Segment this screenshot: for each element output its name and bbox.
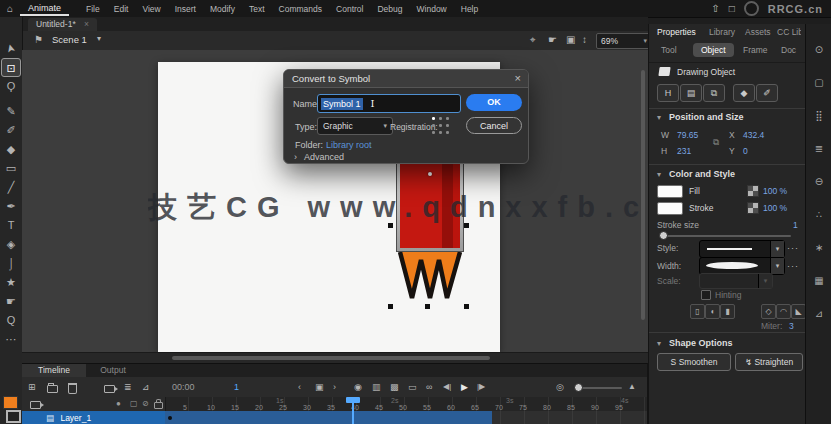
window-icon[interactable]: □	[729, 3, 735, 14]
menu-modify[interactable]: Modify	[203, 4, 242, 14]
ok-button[interactable]: OK	[466, 94, 522, 111]
stroke-alpha-value[interactable]: 100 %	[763, 203, 787, 213]
wand-panel-icon[interactable]: ∗	[806, 238, 831, 258]
registration-dot[interactable]	[446, 117, 449, 120]
hinting-checkbox[interactable]	[701, 290, 711, 300]
registration-dot[interactable]	[432, 117, 435, 120]
loop-icon[interactable]: ∞	[426, 379, 432, 395]
registration-dot[interactable]	[439, 131, 442, 134]
selection-handle[interactable]	[425, 304, 430, 309]
selection-tool-icon[interactable]: ➤	[0, 39, 22, 58]
object-action-button[interactable]: ⧉	[703, 84, 725, 102]
play-button[interactable]: ▶	[461, 379, 468, 395]
rotate-stage-icon[interactable]: ☛	[548, 34, 557, 45]
stroke-size-slider[interactable]	[659, 235, 791, 237]
tab-properties[interactable]: Properties	[657, 27, 696, 37]
tab-library[interactable]: Library	[709, 27, 735, 37]
tab-output[interactable]: Output	[86, 364, 140, 377]
grid-panel-icon[interactable]: ⣿	[806, 106, 831, 126]
keyframe-dot[interactable]	[168, 416, 172, 420]
menu-debug[interactable]: Debug	[370, 4, 409, 14]
layer-stack-icon[interactable]: ≣	[124, 379, 132, 395]
advanced-chevron-icon[interactable]: ›	[294, 152, 297, 162]
record-icon[interactable]	[744, 1, 759, 16]
center-stage-icon[interactable]: ▣	[566, 34, 575, 45]
new-folder-icon[interactable]	[47, 385, 58, 393]
menu-edit[interactable]: Edit	[107, 4, 136, 14]
chevron-down-icon[interactable]: ▾	[657, 339, 661, 348]
y-value[interactable]: 0	[743, 146, 748, 156]
subtab-tool[interactable]: Tool	[661, 45, 677, 55]
layers-panel-icon[interactable]: ≣	[806, 139, 831, 159]
object-action-button[interactable]: ◆	[733, 84, 755, 102]
cap-round-button[interactable]: ◖	[705, 304, 720, 319]
advanced-toggle[interactable]: Advanced	[304, 152, 344, 162]
adjust-panel-icon[interactable]: ⊙	[806, 40, 831, 60]
graph-editor-icon[interactable]: ⊿	[142, 379, 150, 395]
stroke-color-swatch[interactable]	[6, 410, 21, 423]
fill-alpha-value[interactable]: 100 %	[763, 186, 787, 196]
join-bevel-button[interactable]: ◣	[791, 304, 806, 319]
paint-bucket-tool-icon[interactable]: ◈	[0, 235, 22, 254]
menu-window[interactable]: Window	[410, 4, 454, 14]
tab-cc-libraries[interactable]: CC Libr	[777, 27, 801, 37]
eraser-tool-icon[interactable]: ◆	[0, 140, 22, 159]
outline-column-icon[interactable]: ▢	[130, 399, 138, 408]
prev-keyframe-icon[interactable]: ‹	[298, 379, 301, 395]
home-icon[interactable]: ⌂	[0, 3, 20, 14]
fit-stage-icon[interactable]: ↕	[582, 34, 587, 45]
registration-dot[interactable]	[439, 124, 442, 127]
folder-link[interactable]: Library root	[326, 140, 372, 150]
lock-column-icon[interactable]	[154, 402, 163, 409]
dialog-title-bar[interactable]: Convert to Symbol ×	[284, 70, 528, 88]
camera-icon[interactable]	[104, 385, 115, 393]
subtab-object[interactable]: Object	[693, 43, 734, 57]
zoom-tool-icon[interactable]: Q	[0, 311, 22, 330]
current-frame-value[interactable]: 1	[234, 379, 239, 395]
hand-tool-icon[interactable]: ☛	[0, 292, 22, 311]
step-forward-icon[interactable]: |▶	[477, 379, 485, 395]
zoom-level-select[interactable]: 69% ▾	[596, 33, 652, 49]
snap-panel-icon[interactable]: ∴	[806, 205, 831, 225]
components-panel-icon[interactable]: ▦	[806, 271, 831, 291]
pencil-tool-icon[interactable]: ✎	[0, 102, 22, 121]
registration-dot[interactable]	[432, 124, 435, 127]
subtab-frame[interactable]: Frame	[743, 45, 768, 55]
x-value[interactable]: 432.4	[743, 130, 764, 140]
new-frame-icon[interactable]: ⊞	[28, 379, 36, 395]
layer-frames-track[interactable]	[165, 411, 647, 424]
h-value[interactable]: 231	[677, 146, 691, 156]
object-action-button[interactable]: ▤	[680, 84, 702, 102]
symbol-type-select[interactable]: Graphic ▾	[317, 117, 393, 135]
style-more-button[interactable]: ···	[787, 243, 799, 253]
frame-view-icon[interactable]: ▭	[408, 379, 417, 395]
registration-dot[interactable]	[446, 131, 449, 134]
object-action-button[interactable]: H	[657, 84, 679, 102]
transform-point[interactable]	[428, 172, 432, 176]
subtab-doc[interactable]: Doc	[781, 45, 796, 55]
chevron-down-icon[interactable]: ▾	[657, 113, 661, 122]
menu-file[interactable]: File	[79, 4, 107, 14]
join-round-button[interactable]: ◠	[776, 304, 791, 319]
chevron-down-icon[interactable]: ▾	[657, 170, 661, 179]
step-back-icon[interactable]: ◀|	[443, 379, 451, 395]
more-tools-icon[interactable]: ⋯	[0, 330, 22, 349]
show-hide-column-icon[interactable]: ●	[116, 399, 121, 408]
highlight-column-icon[interactable]: ⊘	[142, 399, 149, 408]
playhead-line[interactable]	[352, 397, 354, 424]
scene-breadcrumb[interactable]: Scene 1	[52, 34, 87, 45]
delete-layer-icon[interactable]	[68, 383, 77, 394]
text-tool-icon[interactable]: T	[0, 216, 22, 235]
horizontal-scrollbar-thumb[interactable]	[172, 356, 490, 360]
cap-butt-button[interactable]: ▯	[690, 304, 705, 319]
stroke-size-slider-knob[interactable]	[659, 231, 668, 240]
close-doc-icon[interactable]: ×	[84, 19, 89, 29]
fill-color-swatch[interactable]	[3, 396, 18, 409]
selection-handle[interactable]	[388, 304, 393, 309]
miter-value[interactable]: 3	[789, 321, 794, 331]
cap-square-button[interactable]: ▮	[720, 304, 735, 319]
onion-toggle-icon[interactable]: ◎	[556, 379, 564, 395]
center-frame-icon[interactable]: ▣	[315, 379, 324, 395]
pin-icon[interactable]: ⌖	[530, 34, 536, 46]
menu-animate[interactable]: Animate	[20, 1, 69, 16]
